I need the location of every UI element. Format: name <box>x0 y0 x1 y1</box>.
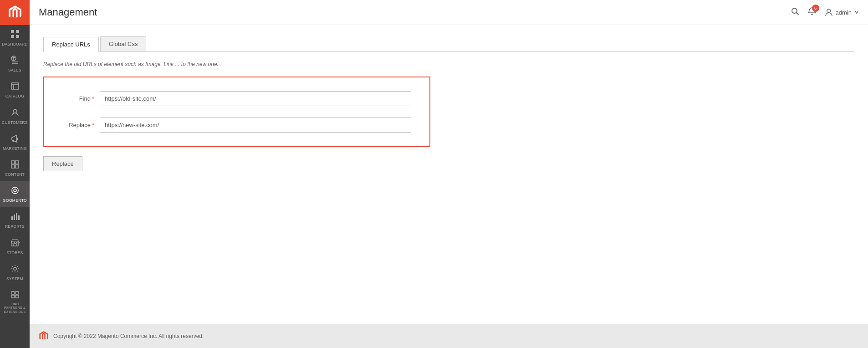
page-description: Replace the old URLs of element such as … <box>43 61 854 67</box>
svg-rect-7 <box>11 161 15 164</box>
find-required: * <box>92 95 94 102</box>
sidebar-label-goomento: GOOMENTO <box>3 198 27 203</box>
footer-logo <box>39 331 49 341</box>
sidebar-label-sales: SALES <box>8 68 21 72</box>
sidebar-label-stores: STORES <box>6 251 23 255</box>
topbar: Management 6 admin <box>30 0 868 25</box>
replace-label: Replace* <box>62 122 94 128</box>
svg-rect-21 <box>11 295 15 298</box>
svg-rect-16 <box>18 215 20 220</box>
marketing-icon <box>10 134 20 144</box>
svg-rect-13 <box>11 216 13 220</box>
svg-point-11 <box>12 187 18 194</box>
sidebar-item-dashboard[interactable]: DASHBOARD <box>0 25 30 51</box>
footer: Copyright © 2022 Magento Commerce Inc. A… <box>30 324 868 348</box>
content-icon <box>10 160 20 170</box>
main-area: Management 6 admin <box>30 0 868 348</box>
notifications-bell[interactable]: 6 <box>807 7 817 18</box>
svg-rect-17 <box>14 244 16 246</box>
sidebar-item-find-partners[interactable]: FIND PARTNERS & EXTENSIONS <box>0 286 30 318</box>
svg-rect-8 <box>15 161 19 164</box>
svg-point-6 <box>13 109 17 113</box>
user-label: admin <box>836 9 852 16</box>
sidebar-item-sales[interactable]: SALES <box>0 51 30 77</box>
svg-point-24 <box>827 9 831 13</box>
goomento-icon <box>10 186 20 196</box>
search-icon[interactable] <box>791 7 799 18</box>
dashboard-icon <box>10 30 20 40</box>
customers-icon <box>10 108 20 118</box>
sidebar-item-content[interactable]: CONTENT <box>0 155 30 181</box>
find-row: Find* <box>62 91 411 106</box>
replace-required: * <box>92 122 94 128</box>
system-icon <box>10 264 20 275</box>
chevron-down-icon <box>854 10 859 15</box>
svg-rect-3 <box>16 35 19 38</box>
find-input[interactable] <box>100 91 411 106</box>
svg-point-23 <box>792 8 797 13</box>
svg-rect-22 <box>15 295 19 298</box>
replace-row: Replace* <box>62 118 411 133</box>
svg-rect-10 <box>15 165 19 168</box>
tabs-container: Replace URLs Global Css <box>43 36 854 52</box>
stores-icon <box>10 238 20 249</box>
topbar-right: 6 admin <box>791 7 859 18</box>
svg-rect-14 <box>14 215 15 220</box>
sidebar-label-system: SYSTEM <box>6 276 23 281</box>
sidebar-item-stores[interactable]: STORES <box>0 234 30 260</box>
footer-copyright: Copyright © 2022 Magento Commerce Inc. A… <box>53 333 204 339</box>
reports-icon <box>10 212 20 222</box>
page-title: Management <box>39 6 97 18</box>
replace-button[interactable]: Replace <box>43 156 82 171</box>
svg-rect-20 <box>15 292 19 294</box>
svg-point-12 <box>14 189 16 192</box>
notifications-count: 6 <box>812 5 819 12</box>
sidebar-label-content: CONTENT <box>5 172 25 177</box>
sidebar-label-find-partners: FIND PARTNERS & EXTENSIONS <box>2 302 28 314</box>
sidebar-label-dashboard: DASHBOARD <box>2 42 28 46</box>
magento-logo[interactable] <box>0 0 30 25</box>
svg-rect-5 <box>11 83 19 89</box>
svg-point-18 <box>14 267 16 270</box>
find-partners-icon <box>10 290 20 301</box>
catalog-icon <box>10 82 20 92</box>
svg-rect-15 <box>16 213 17 220</box>
svg-rect-0 <box>11 30 14 33</box>
sidebar-label-customers: CUSTOMERS <box>2 120 28 125</box>
sales-icon <box>10 56 20 66</box>
sidebar-label-marketing: MARKETING <box>3 146 27 151</box>
sidebar-item-goomento[interactable]: GOOMENTO <box>0 181 30 207</box>
svg-rect-1 <box>16 30 19 33</box>
svg-rect-9 <box>11 165 15 168</box>
replace-input[interactable] <box>100 118 411 133</box>
svg-rect-2 <box>11 35 14 38</box>
sidebar-item-catalog[interactable]: CATALOG <box>0 77 30 103</box>
tab-replace-urls[interactable]: Replace URLs <box>43 37 99 52</box>
sidebar-item-reports[interactable]: REPORTS <box>0 207 30 233</box>
page-content: Replace URLs Global Css Replace the old … <box>30 25 868 324</box>
sidebar-item-marketing[interactable]: MARKETING <box>0 129 30 155</box>
form-box: Find* Replace* <box>43 77 430 147</box>
find-label: Find* <box>62 95 94 102</box>
sidebar-item-system[interactable]: SYSTEM <box>0 260 30 286</box>
user-menu[interactable]: admin <box>825 8 859 16</box>
sidebar-label-catalog: CATALOG <box>5 94 24 98</box>
tab-global-css[interactable]: Global Css <box>100 36 147 51</box>
sidebar-label-reports: REPORTS <box>5 224 25 229</box>
svg-rect-19 <box>11 292 15 294</box>
sidebar: DASHBOARD SALES CATALOG CUSTOMER <box>0 0 30 348</box>
sidebar-item-customers[interactable]: CUSTOMERS <box>0 103 30 129</box>
